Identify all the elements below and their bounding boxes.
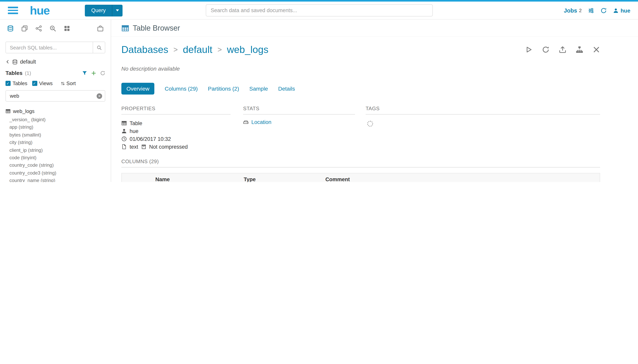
query-button[interactable]: Query bbox=[85, 4, 123, 16]
breadcrumb-row: Databases > default > web_logs bbox=[121, 44, 600, 55]
sidebar-search-input[interactable] bbox=[6, 42, 93, 53]
chevron-left-icon[interactable] bbox=[6, 60, 10, 64]
copy-icon[interactable] bbox=[21, 25, 28, 32]
hue-app: hue Query Jobs 2 hue bbox=[0, 0, 638, 182]
add-icon[interactable] bbox=[91, 70, 96, 76]
close-icon[interactable] bbox=[593, 46, 600, 53]
database-name[interactable]: default bbox=[20, 59, 36, 65]
breadcrumb-web-logs[interactable]: web_logs bbox=[227, 44, 268, 55]
tree-column-item[interactable]: city (string) bbox=[0, 139, 111, 146]
loading-spinner bbox=[367, 121, 373, 127]
tree-column-item[interactable]: _version_ (bigint) bbox=[0, 116, 111, 124]
user-menu[interactable]: hue bbox=[613, 7, 630, 14]
tree-column-item[interactable]: country_name (string) bbox=[0, 177, 111, 182]
refresh-icon[interactable] bbox=[542, 46, 549, 53]
columns-table: Name Type Comment 1 _version_ big bbox=[121, 173, 600, 182]
tab-overview[interactable]: Overview bbox=[121, 83, 154, 94]
breadcrumb-separator: > bbox=[217, 45, 222, 54]
stats-title: STATS bbox=[243, 106, 355, 114]
tables-label: Tables bbox=[6, 70, 23, 76]
page-header: Table Browser bbox=[111, 20, 638, 37]
table-filter bbox=[6, 90, 105, 102]
stats-section: STATS Location bbox=[243, 106, 355, 150]
tab-sample[interactable]: Sample bbox=[249, 86, 268, 92]
properties-list: Table hue 01/06/2017 10:32 bbox=[121, 119, 231, 150]
property-type: Table bbox=[121, 119, 231, 127]
database-icon[interactable] bbox=[7, 25, 14, 32]
table-structure-icon[interactable] bbox=[576, 46, 583, 53]
global-search-input[interactable] bbox=[205, 4, 433, 16]
tab-bar: Overview Columns (29) Partitions (2) Sam… bbox=[121, 83, 600, 94]
query-dropdown-caret[interactable] bbox=[112, 4, 123, 16]
hue-logo[interactable]: hue bbox=[30, 4, 50, 16]
overview-meta: PROPERTIES Table hue bbox=[121, 106, 600, 150]
columns-header-type: Type bbox=[240, 173, 321, 182]
query-button-label[interactable]: Query bbox=[85, 4, 112, 16]
views-checkbox-label[interactable]: Views bbox=[39, 80, 53, 86]
columns-table-header-row: Name Type Comment bbox=[122, 173, 600, 182]
sidebar-search-button[interactable] bbox=[93, 42, 105, 53]
property-type-value: Table bbox=[130, 120, 142, 126]
user-icon bbox=[613, 8, 618, 13]
tables-checkbox[interactable] bbox=[6, 81, 11, 86]
tree-column-item[interactable]: code (tinyint) bbox=[0, 154, 111, 162]
tree-column-item[interactable]: country_code (string) bbox=[0, 162, 111, 170]
sort-button[interactable]: Sort bbox=[61, 80, 76, 86]
breadcrumb-default[interactable]: default bbox=[183, 44, 212, 55]
filter-options-row: Tables Views Sort bbox=[0, 76, 111, 86]
history-icon[interactable] bbox=[600, 7, 607, 14]
tables-header: Tables (1) bbox=[0, 65, 111, 76]
tree-column-item[interactable]: app (string) bbox=[0, 124, 111, 132]
tree-column-item[interactable]: bytes (smallint) bbox=[0, 132, 111, 139]
bag-icon[interactable] bbox=[97, 25, 104, 32]
zoom-icon[interactable] bbox=[50, 25, 56, 32]
tree-column-item[interactable]: client_ip (string) bbox=[0, 146, 111, 154]
columns-section-title: COLUMNS (29) bbox=[121, 158, 600, 168]
hdd-icon bbox=[243, 120, 249, 125]
location-link[interactable]: Location bbox=[251, 119, 271, 125]
hamburger-menu-icon[interactable] bbox=[8, 7, 18, 14]
main-panel: Table Browser Databases > default > web_… bbox=[111, 20, 638, 182]
columns-header-name: Name bbox=[151, 173, 240, 182]
views-checkbox[interactable] bbox=[32, 81, 37, 86]
columns-header-comment: Comment bbox=[321, 173, 600, 182]
assist-tab-bar bbox=[0, 20, 111, 37]
tree-table-label[interactable]: web_logs bbox=[13, 108, 35, 114]
tables-checkbox-label[interactable]: Tables bbox=[13, 80, 27, 86]
share-icon[interactable] bbox=[35, 25, 42, 32]
sidebar-search bbox=[6, 42, 105, 53]
page-title: Table Browser bbox=[133, 24, 180, 32]
table-description: No description available bbox=[121, 66, 600, 72]
file-icon bbox=[121, 144, 127, 150]
table-filter-input[interactable] bbox=[6, 90, 105, 102]
tables-tree: web_logs _version_ (bigint)app (string)b… bbox=[0, 107, 111, 182]
sliders-icon[interactable] bbox=[588, 7, 594, 14]
columns-header-info bbox=[137, 173, 151, 182]
clear-filter-icon[interactable] bbox=[97, 93, 102, 99]
property-created: 01/06/2017 10:32 bbox=[121, 135, 231, 143]
tree-table-web-logs[interactable]: web_logs bbox=[0, 107, 111, 115]
assist-sidebar: default Tables (1) Tables Views Sort bbox=[0, 20, 111, 182]
sort-label: Sort bbox=[66, 80, 76, 86]
tab-columns[interactable]: Columns (29) bbox=[165, 86, 198, 92]
properties-section: PROPERTIES Table hue bbox=[121, 106, 231, 150]
tree-column-item[interactable]: country_code3 (string) bbox=[0, 169, 111, 177]
breadcrumb-databases[interactable]: Databases bbox=[121, 44, 168, 55]
grid-icon[interactable] bbox=[64, 25, 70, 32]
jobs-link[interactable]: Jobs 2 bbox=[564, 7, 582, 14]
play-icon[interactable] bbox=[525, 46, 533, 53]
jobs-count-badge: 2 bbox=[579, 8, 582, 13]
tab-details[interactable]: Details bbox=[278, 86, 295, 92]
tables-count: (1) bbox=[25, 70, 31, 76]
caret-down-icon bbox=[116, 10, 119, 12]
tab-partitions[interactable]: Partitions (2) bbox=[208, 86, 239, 92]
database-breadcrumb[interactable]: default bbox=[0, 53, 111, 65]
property-compression-value: Not compressed bbox=[149, 144, 188, 150]
upload-icon[interactable] bbox=[559, 46, 566, 53]
refresh-icon[interactable] bbox=[100, 70, 105, 76]
columns-header-num bbox=[122, 173, 137, 182]
filter-funnel-icon[interactable] bbox=[82, 70, 87, 76]
sort-icon bbox=[61, 81, 65, 86]
property-format-value: text bbox=[130, 144, 138, 150]
search-icon bbox=[96, 45, 102, 50]
